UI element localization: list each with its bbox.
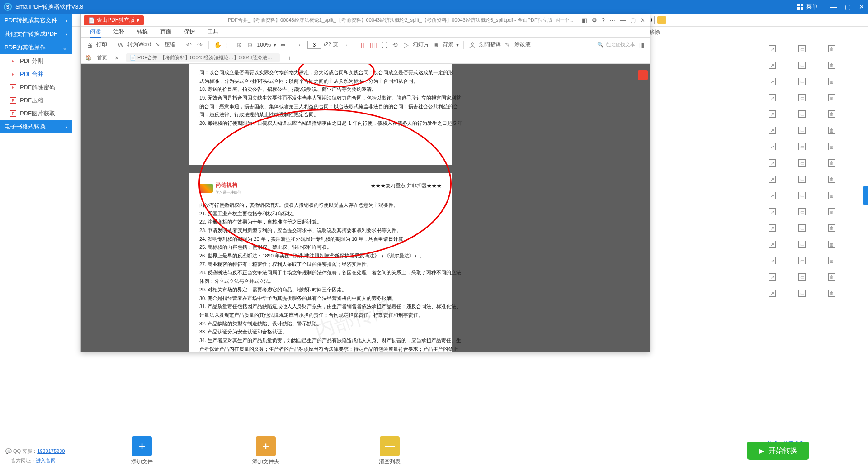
help-icon[interactable]: ? <box>602 17 605 24</box>
menu-page[interactable]: 页面 <box>160 28 171 36</box>
delete-icon[interactable]: 🗑 <box>828 176 835 183</box>
open-icon[interactable]: ↗ <box>769 159 776 167</box>
translate-icon[interactable]: 文 <box>468 41 476 49</box>
delete-icon[interactable]: 🗑 <box>828 62 835 69</box>
output-icon[interactable]: ▭ <box>798 290 806 297</box>
open-icon[interactable]: ↗ <box>769 127 776 134</box>
menu-protect[interactable]: 保护 <box>184 28 195 36</box>
open-icon[interactable]: ↗ <box>769 208 776 215</box>
open-icon[interactable]: ↗ <box>769 192 776 199</box>
output-icon[interactable]: ▭ <box>798 78 806 85</box>
delete-icon[interactable]: 🗑 <box>828 45 835 52</box>
hand-icon[interactable]: ✋ <box>213 41 222 49</box>
presentation-icon[interactable]: ▷ <box>402 41 410 49</box>
delete-icon[interactable]: 🗑 <box>828 224 835 232</box>
open-icon[interactable]: ↗ <box>769 224 776 232</box>
panel-icon[interactable]: ◨ <box>637 41 645 49</box>
output-icon[interactable]: ▭ <box>798 143 806 150</box>
undo-icon[interactable]: ↶ <box>185 41 193 49</box>
open-icon[interactable]: ↗ <box>769 290 776 297</box>
next-page-icon[interactable]: → <box>341 41 349 49</box>
output-icon[interactable]: ▭ <box>798 127 806 134</box>
delete-icon[interactable]: 🗑 <box>828 110 835 118</box>
open-icon[interactable]: ↗ <box>769 273 776 281</box>
output-icon[interactable]: ▭ <box>798 176 806 183</box>
app-menu-button[interactable]: 菜单 <box>793 3 822 11</box>
pdf-minimize-button[interactable]: — <box>620 17 626 24</box>
pdf-app-button[interactable]: 📄金山PDF独立版▾ <box>84 15 144 25</box>
sidebar-item-extract-images[interactable]: PPDF图片获取 <box>0 107 72 120</box>
output-icon[interactable]: ▭ <box>798 62 806 69</box>
tab-close-icon[interactable]: × <box>113 54 121 62</box>
select-icon[interactable]: ⬚ <box>224 41 232 49</box>
document-tab[interactable]: 📄 PDF合并_【考前资料】00043经济法概论…】00043经济法概论3_sp… <box>126 53 280 62</box>
delete-icon[interactable]: 🗑 <box>828 192 835 199</box>
delete-icon[interactable]: 🗑 <box>828 257 835 264</box>
pdf-maximize-button[interactable]: ▢ <box>630 17 636 24</box>
output-icon[interactable]: ▭ <box>798 241 806 248</box>
sidebar-item-merge[interactable]: PPDF合并 <box>0 67 72 81</box>
menu-convert[interactable]: 转换 <box>137 28 148 36</box>
rotate-icon[interactable]: ⟲ <box>391 41 399 49</box>
chevron-down-icon[interactable]: ▾ <box>274 42 276 48</box>
zoom-value[interactable]: 100% <box>257 42 271 48</box>
close-button[interactable]: ✕ <box>859 3 864 10</box>
add-folder-button[interactable]: ＋添加文件夹 <box>252 436 279 466</box>
background-icon[interactable]: 🗎 <box>432 41 440 49</box>
open-icon[interactable]: ↗ <box>769 78 776 85</box>
output-icon[interactable]: ▭ <box>798 208 806 215</box>
sidebar-item-unlock[interactable]: PPDF解除密码 <box>0 81 72 94</box>
open-icon[interactable]: ↗ <box>769 143 776 150</box>
output-icon[interactable]: ▭ <box>798 192 806 199</box>
delete-icon[interactable]: 🗑 <box>828 127 835 134</box>
output-icon[interactable]: ▭ <box>798 159 806 167</box>
redo-icon[interactable]: ↷ <box>196 41 204 49</box>
sidebar-group-other-to-pdf[interactable]: 其他文件转换成PDF› <box>0 27 72 41</box>
delete-icon[interactable]: 🗑 <box>828 290 835 297</box>
search-icon[interactable]: 🔍 <box>597 42 604 48</box>
page-number-input[interactable] <box>307 41 321 49</box>
two-page-icon[interactable]: ▯▯ <box>369 41 377 49</box>
zoom-in-icon[interactable]: ⊕ <box>235 41 243 49</box>
output-icon[interactable]: ▭ <box>798 110 806 118</box>
open-icon[interactable]: ↗ <box>769 257 776 264</box>
output-icon[interactable]: ▭ <box>798 273 806 281</box>
delete-icon[interactable]: 🗑 <box>828 208 835 215</box>
fullscreen-icon[interactable]: ⛶ <box>380 41 388 49</box>
menu-annotate[interactable]: 注释 <box>113 28 124 36</box>
sidebar-toggle-icon[interactable] <box>638 70 648 80</box>
menu-read[interactable]: 阅读 <box>90 27 101 38</box>
qq-link[interactable]: 1933175230 <box>37 448 65 454</box>
sidebar-group-pdf-to-other[interactable]: PDF转换成其它文件› <box>0 14 72 27</box>
output-icon[interactable]: ▭ <box>798 45 806 52</box>
pdf-canvas[interactable]: 同：以合同成立是否需要以实际交付物的物为标准，分为诺成合同和实践合同：以合同成立… <box>81 64 650 352</box>
print-icon[interactable]: 🖨 <box>85 41 94 49</box>
settings-icon[interactable]: ⚙ <box>592 17 597 24</box>
delete-icon[interactable]: 🗑 <box>828 94 835 101</box>
open-icon[interactable]: ↗ <box>769 110 776 118</box>
delete-icon[interactable]: 🗑 <box>828 241 835 248</box>
output-icon[interactable]: ▭ <box>798 257 806 264</box>
chevron-down-icon[interactable]: ▾ <box>456 42 459 48</box>
fit-width-icon[interactable]: ⇔ <box>279 41 287 49</box>
pdf-close-button[interactable]: ✕ <box>640 17 645 24</box>
sidebar-group-pdf-ops[interactable]: PDF的其他操作⌄ <box>0 41 72 54</box>
prev-page-icon[interactable]: ← <box>297 41 305 49</box>
new-tab-icon[interactable]: + <box>285 54 293 62</box>
zoom-out-icon[interactable]: ⊖ <box>246 41 254 49</box>
single-page-icon[interactable]: ▯ <box>359 41 367 49</box>
search-placeholder[interactable]: 点此查找文本 <box>605 41 635 48</box>
compress-icon[interactable]: ⇲ <box>154 41 162 49</box>
sidebar-item-split[interactable]: PPDF分割 <box>0 54 72 67</box>
maximize-button[interactable]: ▢ <box>845 3 851 10</box>
menu-tools[interactable]: 工具 <box>208 28 218 36</box>
word-icon[interactable]: W <box>117 41 125 49</box>
home-tab[interactable]: 首页 <box>97 54 107 61</box>
whiteout-icon[interactable]: ✎ <box>504 41 512 49</box>
start-convert-button[interactable]: ▶开始转换 <box>747 442 809 460</box>
clear-list-button[interactable]: —清空列表 <box>379 436 401 466</box>
open-icon[interactable]: ↗ <box>769 176 776 183</box>
home-icon[interactable]: 🏠 <box>85 55 92 61</box>
minimize-button[interactable]: — <box>830 3 837 10</box>
output-icon[interactable]: ▭ <box>798 224 806 232</box>
